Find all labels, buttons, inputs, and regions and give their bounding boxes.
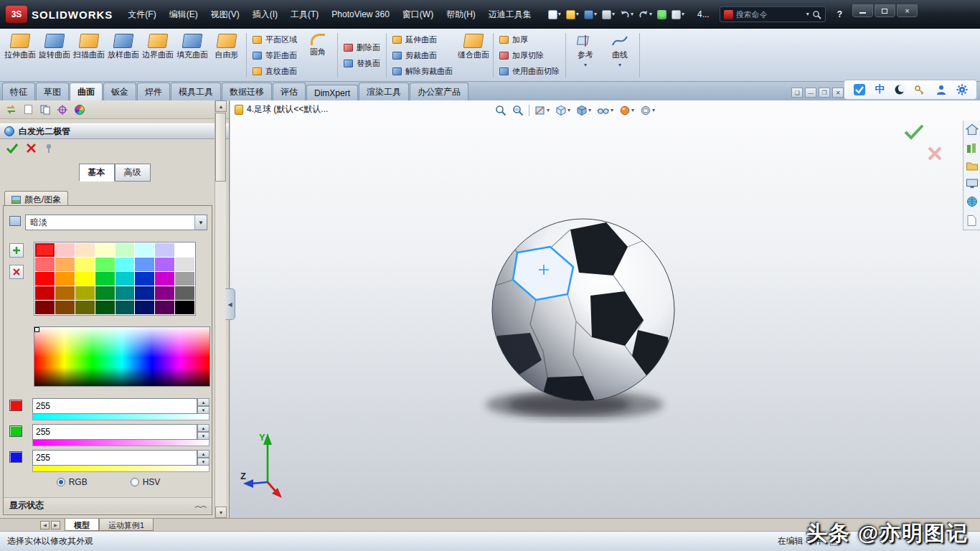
palette-swatch[interactable] bbox=[35, 286, 55, 300]
filled-surface-button[interactable]: 填充曲面 bbox=[175, 31, 209, 80]
doc-minimize-button[interactable]: — bbox=[805, 88, 816, 98]
palette-swatch[interactable] bbox=[175, 301, 194, 314]
palette-swatch[interactable] bbox=[75, 301, 95, 314]
custom-properties-doc-icon[interactable] bbox=[966, 215, 977, 227]
confirm-ok-icon[interactable] bbox=[903, 123, 925, 141]
palette-swatch[interactable] bbox=[95, 243, 115, 257]
palette-swatch[interactable] bbox=[135, 286, 154, 300]
ok-check-icon[interactable] bbox=[6, 143, 19, 154]
swept-surface-button[interactable]: 扫描曲面 bbox=[72, 31, 106, 80]
scroll-up-button[interactable]: ▲ bbox=[215, 100, 227, 112]
print-button[interactable]: ▾ bbox=[602, 10, 615, 19]
palette-swatch[interactable] bbox=[155, 286, 174, 300]
delete-face-button[interactable]: 删除面 bbox=[344, 41, 380, 55]
new-document-button[interactable]: ▾ bbox=[548, 10, 561, 19]
palette-swatch[interactable] bbox=[95, 272, 115, 286]
green-gradient-strip[interactable] bbox=[32, 440, 209, 446]
palette-swatch[interactable] bbox=[155, 272, 174, 286]
tab-evaluate[interactable]: 评估 bbox=[273, 83, 306, 100]
resources-home-icon[interactable] bbox=[966, 123, 979, 136]
palette-swatch[interactable] bbox=[55, 272, 75, 286]
gear-icon[interactable] bbox=[956, 84, 968, 95]
tab-basic[interactable]: 基本 bbox=[79, 164, 115, 182]
design-library-icon[interactable] bbox=[966, 142, 978, 154]
doc-close-button[interactable]: ✕ bbox=[832, 88, 844, 98]
rebuild-button[interactable] bbox=[657, 10, 666, 19]
search-dropdown-caret-icon[interactable]: ▾ bbox=[806, 11, 809, 17]
sheet-nav-prev-button[interactable]: ◀ bbox=[40, 521, 50, 529]
curves-button[interactable]: 曲线▾ bbox=[603, 31, 637, 80]
radio-rgb[interactable]: RGB bbox=[57, 477, 88, 487]
palette-swatch[interactable] bbox=[35, 301, 55, 314]
reference-geometry-button[interactable]: 参考▾ bbox=[568, 31, 603, 80]
ruled-surface-button[interactable]: 直纹曲面 bbox=[253, 65, 297, 78]
file-explorer-icon[interactable] bbox=[966, 160, 979, 171]
trim-surface-button[interactable]: 剪裁曲面 bbox=[392, 49, 453, 62]
menu-edit[interactable]: 编辑(E) bbox=[163, 0, 204, 29]
replace-face-button[interactable]: 替换面 bbox=[344, 57, 380, 70]
dropdown-caret-icon[interactable]: ▼ bbox=[194, 215, 207, 230]
tab-render-tools[interactable]: 渲染工具 bbox=[359, 83, 409, 100]
color-spectrum[interactable] bbox=[34, 326, 210, 387]
palette-swatch[interactable] bbox=[55, 286, 75, 300]
tab-surfaces[interactable]: 曲面 bbox=[70, 83, 103, 100]
tab-features[interactable]: 特征 bbox=[2, 83, 35, 100]
revolved-surface-button[interactable]: 旋转曲面 bbox=[37, 31, 72, 80]
save-button[interactable]: ▾ bbox=[584, 10, 597, 19]
person-icon[interactable] bbox=[936, 84, 947, 95]
tab-mold-tools[interactable]: 模具工具 bbox=[171, 83, 221, 100]
color-wheel-button[interactable] bbox=[72, 103, 87, 116]
scroll-thumb[interactable] bbox=[215, 113, 226, 182]
open-button[interactable]: ▾ bbox=[566, 10, 579, 19]
menu-window[interactable]: 窗口(W) bbox=[396, 0, 440, 29]
extruded-surface-button[interactable]: 拉伸曲面 bbox=[3, 31, 37, 80]
palette-swatch[interactable] bbox=[95, 301, 115, 314]
tab-office-products[interactable]: 办公室产品 bbox=[410, 83, 468, 100]
knit-surface-button[interactable]: 缝合曲面 bbox=[456, 31, 491, 80]
add-color-button[interactable] bbox=[9, 243, 24, 258]
panel-collapse-tab[interactable]: ◀ bbox=[225, 288, 235, 320]
menu-photoview[interactable]: PhotoView 360 bbox=[325, 0, 396, 29]
palette-swatch[interactable] bbox=[116, 258, 135, 271]
tab-model[interactable]: 模型 bbox=[65, 519, 99, 531]
pin-icon[interactable] bbox=[44, 143, 54, 154]
palette-swatch[interactable] bbox=[95, 258, 115, 271]
palette-swatch[interactable] bbox=[75, 272, 95, 286]
doc-restore-button[interactable]: ❐ bbox=[819, 88, 830, 98]
green-value-input[interactable] bbox=[32, 424, 197, 440]
untrim-surface-button[interactable]: 解除剪裁曲面 bbox=[392, 65, 453, 78]
palette-swatch[interactable] bbox=[35, 258, 55, 271]
keys-icon[interactable] bbox=[914, 85, 927, 95]
planar-surface-button[interactable]: 平面区域 bbox=[253, 33, 297, 47]
menu-tools[interactable]: 工具(T) bbox=[284, 0, 325, 29]
language-indicator[interactable]: 中 bbox=[875, 83, 885, 96]
undo-button[interactable]: ▾ bbox=[620, 9, 633, 19]
blue-value-input[interactable] bbox=[32, 450, 197, 466]
palette-swatch[interactable] bbox=[175, 243, 194, 257]
spectrum-marker[interactable] bbox=[34, 327, 39, 332]
menu-file[interactable]: 文件(F) bbox=[121, 0, 162, 29]
radio-hsv[interactable]: HSV bbox=[131, 477, 161, 487]
palette-swatch[interactable] bbox=[116, 272, 135, 286]
extend-surface-button[interactable]: 延伸曲面 bbox=[392, 33, 453, 47]
palette-swatch[interactable] bbox=[135, 258, 154, 271]
swap-appearance-button[interactable] bbox=[4, 103, 18, 116]
blue-check-icon[interactable] bbox=[853, 83, 866, 96]
palette-swatch[interactable] bbox=[75, 258, 95, 271]
palette-swatch[interactable] bbox=[116, 243, 135, 257]
tab-advanced[interactable]: 高级 bbox=[115, 164, 151, 182]
appearance-preset-dropdown[interactable]: 暗淡 ▼ bbox=[25, 215, 207, 230]
palette-swatch[interactable] bbox=[135, 272, 154, 286]
redo-button[interactable]: ▾ bbox=[639, 9, 652, 19]
panel-scrollbar[interactable]: ▲ ▼ bbox=[215, 100, 226, 518]
boundary-surface-button[interactable]: 边界曲面 bbox=[141, 31, 175, 80]
tab-sketch[interactable]: 草图 bbox=[36, 83, 69, 100]
lofted-surface-button[interactable]: 放样曲面 bbox=[106, 31, 141, 80]
appearances-globe-icon[interactable] bbox=[966, 195, 979, 208]
soccer-ball-model[interactable] bbox=[395, 115, 754, 445]
thickened-cut-button[interactable]: 加厚切除 bbox=[499, 49, 560, 62]
minimize-button[interactable] bbox=[852, 4, 873, 17]
moon-icon[interactable] bbox=[894, 84, 905, 95]
menu-help[interactable]: 帮助(H) bbox=[440, 0, 482, 29]
palette-swatch[interactable] bbox=[116, 286, 135, 300]
